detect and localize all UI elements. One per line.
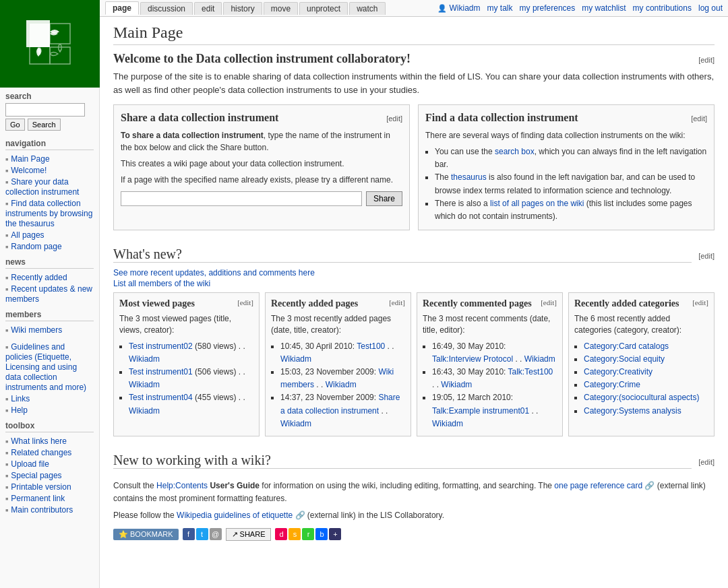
- new-to-wiki-heading: New to working with a wiki?: [113, 453, 692, 469]
- search-box-link[interactable]: search box: [495, 147, 535, 156]
- email-icon[interactable]: @: [210, 528, 222, 540]
- toolbox-item-permanent[interactable]: Permanent link: [5, 492, 94, 504]
- page-title: Main Page: [113, 24, 715, 45]
- tab-discussion[interactable]: discussion: [140, 2, 193, 15]
- log-out-link[interactable]: log out: [698, 3, 723, 13]
- recent-updates-link[interactable]: See more recent updates, additions and c…: [113, 268, 715, 277]
- members-section: members Wiki members: [0, 306, 99, 337]
- my-watchlist-link[interactable]: my watchlist: [582, 3, 626, 13]
- extra-item-guidelines[interactable]: Guidelines and policies (Etiquette, Lice…: [5, 341, 94, 393]
- share-para1: To share a data collection instrument, t…: [121, 129, 402, 154]
- news-item-recent-updates[interactable]: Recent updates & new members: [5, 283, 94, 304]
- nav-item-welcome[interactable]: Welcome!: [5, 164, 94, 176]
- tab-move[interactable]: move: [264, 2, 298, 15]
- tab-unprotect[interactable]: unprotect: [299, 2, 348, 15]
- share-icon-3[interactable]: r: [302, 528, 314, 540]
- tab-history[interactable]: history: [223, 2, 262, 15]
- all-pages-link[interactable]: list of all pages on the wiki: [490, 199, 584, 208]
- page-content: Main Page Welcome to the Data collection…: [100, 17, 728, 548]
- list-item: Category:Card catalogs: [584, 340, 708, 353]
- news-section: news Recently added Recent updates & new…: [0, 253, 99, 306]
- list-item: Category:Crime: [584, 379, 708, 391]
- list-item: Test instrument02 (580 views) . . Wikiad…: [129, 340, 253, 366]
- toolbox-item-related[interactable]: Related changes: [5, 447, 94, 458]
- find-intro: There are several ways of finding data c…: [425, 129, 707, 141]
- share-social-label: SHARE: [240, 530, 266, 538]
- toolbox-item-contributors[interactable]: Main contributors: [5, 504, 94, 515]
- list-item: 19:05, 12 March 2010: Talk:Example instr…: [432, 391, 557, 430]
- news-item-recently-added[interactable]: Recently added: [5, 271, 94, 283]
- nav-item-random[interactable]: Random page: [5, 240, 94, 252]
- members-list: Wiki members: [5, 324, 94, 335]
- main-content: page discussion edit history move unprot…: [100, 0, 728, 588]
- members-item-wiki[interactable]: Wiki members: [5, 324, 94, 335]
- share-icon-2[interactable]: s: [289, 528, 301, 540]
- wikipedia-etiquette-link[interactable]: Wikipedia guidelines of etiquette: [177, 511, 293, 520]
- user-icon: 👤 Wikiadm: [437, 3, 480, 13]
- bookmark-button[interactable]: ⭐ BOOKMARK: [113, 529, 179, 540]
- facebook-icon[interactable]: f: [183, 528, 195, 540]
- nav-item-share[interactable]: Share your data collection instrument: [5, 176, 94, 197]
- find-box-edit[interactable]: [edit]: [691, 115, 707, 123]
- share-icon-1[interactable]: d: [275, 528, 287, 540]
- new-to-wiki-para1: Consult the Help:Contents User's Guide f…: [113, 480, 715, 505]
- extra-item-help[interactable]: Help: [5, 404, 94, 416]
- thesaurus-link[interactable]: thesaurus: [451, 172, 487, 182]
- tab-watch[interactable]: watch: [349, 2, 385, 15]
- list-item: 10:45, 30 April 2010: Test100 . . Wikiad…: [280, 340, 405, 366]
- welcome-heading: Welcome to the Data collection instrumen…: [113, 52, 411, 66]
- share-name-input[interactable]: [121, 191, 362, 206]
- navigation-list: Main Page Welcome! Share your data colle…: [5, 153, 94, 252]
- recently-added-categories-edit[interactable]: [edit]: [692, 298, 708, 306]
- go-button[interactable]: Go: [5, 119, 25, 131]
- list-members-link[interactable]: List all members of the wiki: [113, 279, 715, 288]
- share-social-button[interactable]: ↗ SHARE: [226, 528, 272, 541]
- help-contents-link[interactable]: Help:Contents: [156, 481, 208, 490]
- share-social-icons: d s r b +: [275, 528, 341, 540]
- recently-commented-edit[interactable]: [edit]: [541, 298, 557, 306]
- toolbox-item-special[interactable]: Special pages: [5, 469, 94, 481]
- tab-page[interactable]: page: [105, 1, 139, 15]
- new-to-wiki-content: Consult the Help:Contents User's Guide f…: [113, 480, 715, 523]
- site-logo: [0, 0, 100, 88]
- most-viewed-desc: The 3 most viewed pages (title, views, c…: [119, 313, 253, 336]
- twitter-icon[interactable]: t: [196, 528, 208, 540]
- my-contributions-link[interactable]: my contributions: [633, 3, 692, 13]
- search-button[interactable]: Search: [28, 119, 61, 131]
- toolbox-item-printable[interactable]: Printable version: [5, 481, 94, 492]
- share-icon-5[interactable]: +: [329, 528, 341, 540]
- recently-added-categories-list: Category:Card catalogs Category:Social e…: [574, 340, 708, 418]
- news-title: news: [5, 257, 94, 269]
- share-social-icon: ↗: [232, 530, 238, 539]
- tabs: page discussion edit history move unprot…: [105, 1, 386, 15]
- toolbox-item-upload[interactable]: Upload file: [5, 458, 94, 469]
- list-item: Test instrument04 (455 views) . . Wikiad…: [129, 391, 253, 417]
- welcome-edit[interactable]: [edit]: [698, 56, 715, 64]
- bookmark-icon: ⭐: [119, 530, 128, 539]
- most-viewed-edit[interactable]: [edit]: [237, 298, 253, 306]
- recently-added-edit[interactable]: [edit]: [389, 298, 405, 306]
- share-para3: If a page with the specified name alread…: [121, 174, 402, 186]
- search-input[interactable]: [5, 103, 85, 117]
- username-link[interactable]: Wikiadm: [450, 3, 481, 13]
- share-box-edit[interactable]: [edit]: [386, 115, 402, 123]
- extra-item-links[interactable]: Links: [5, 393, 94, 404]
- info-boxes: Share a data collection instrument [edit…: [113, 104, 715, 230]
- whats-new-edit[interactable]: [edit]: [698, 252, 715, 260]
- tab-edit[interactable]: edit: [194, 2, 222, 15]
- my-talk-link[interactable]: my talk: [487, 3, 513, 13]
- my-preferences-link[interactable]: my preferences: [520, 3, 576, 13]
- share-icon-4[interactable]: b: [315, 528, 328, 540]
- nav-item-mainpage[interactable]: Main Page: [5, 153, 94, 164]
- list-item: 14:37, 23 November 2009: Share a data co…: [280, 391, 405, 430]
- nav-item-allpages[interactable]: All pages: [5, 229, 94, 240]
- toolbox-item-whatlinks[interactable]: What links here: [5, 435, 94, 447]
- list-item: Category:(sociocultural aspects): [584, 391, 708, 404]
- recently-added-categories-desc: The 6 most recently added categories (ca…: [574, 313, 708, 336]
- reference-card-link[interactable]: one page reference card: [554, 481, 642, 490]
- new-to-wiki-edit[interactable]: [edit]: [698, 458, 715, 466]
- new-to-wiki-para2: Please follow the Wikipedia guidelines o…: [113, 509, 715, 522]
- share-button[interactable]: Share: [366, 191, 402, 206]
- social-icons-group: f t @: [183, 528, 222, 540]
- nav-item-find[interactable]: Find data collection instruments by brow…: [5, 197, 94, 229]
